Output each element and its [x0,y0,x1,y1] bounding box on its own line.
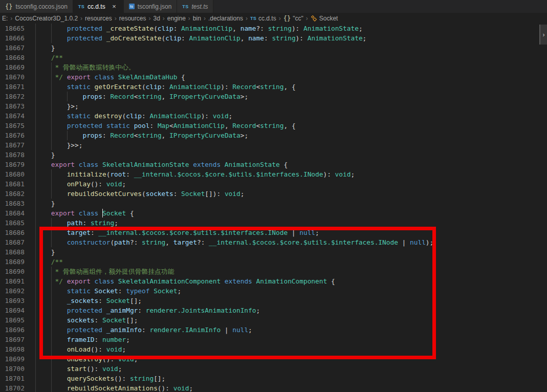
code-line-18692[interactable]: 18692 static Socket: typeof Socket; [0,286,547,296]
breadcrumb-item-3d[interactable]: 3d [153,15,160,22]
code-line-18701[interactable]: 18701 querySockets(): string[]; [0,374,547,383]
indent-guide [51,101,52,111]
indent-guide [51,344,52,354]
breadcrumb-item-resources[interactable]: resources [119,15,146,22]
code-line-18696[interactable]: 18696 protected _animInfo: renderer.IAni… [0,325,547,335]
code-line-18684[interactable]: 18684 export class Socket { [0,208,547,218]
indent-guide [51,62,52,72]
code-line-18683[interactable]: 18683 } [0,199,547,208]
indent-guide [67,130,68,140]
indent-guide [35,228,36,237]
close-icon[interactable]: × [111,3,118,10]
breadcrumb-item-resources[interactable]: resources [85,15,112,22]
chevron-separator-icon: › [279,15,281,22]
code-line-18677[interactable]: 18677 }>>; [0,140,547,150]
line-number: 18666 [0,33,25,43]
code-line-content: _sockets: Socket[]; [35,296,142,306]
line-number: 18683 [0,199,25,208]
line-number: 18676 [0,130,25,140]
tab-cc.d.ts[interactable]: TScc.d.ts× [73,0,124,13]
code-line-content: /** [35,257,63,267]
code-line-18679[interactable]: 18679 export class SkeletalAnimationStat… [0,160,547,169]
chevron-separator-icon: › [10,15,12,22]
code-line-18673[interactable]: 18673 }>; [0,101,547,111]
code-line-18671[interactable]: 18671 static getOrExtract(clip: Animatio… [0,82,547,92]
indent-guide [35,286,36,296]
indent-guide [51,325,52,335]
breadcrumb-item-cocoscreator3d102[interactable]: CocosCreator3D_1.0.2 [15,15,78,22]
code-line-content: }>>; [35,140,82,150]
code-line-content: * 骨骼动画组件，额外提供骨骼挂点功能 [35,267,174,276]
code-line-18669[interactable]: 18669 * 骨骼动画数据转换中心。 [0,62,547,72]
panel-toggle-button[interactable]: › [539,25,547,45]
code-line-18666[interactable]: 18666 protected _doCreateState(clip: Ani… [0,33,547,43]
code-line-18678[interactable]: 18678 } [0,150,547,160]
indent-guide [51,267,52,276]
code-line-content: } [35,247,55,257]
indent-guide [35,325,36,335]
breadcrumb-item-engine[interactable]: engine [167,15,186,22]
code-line-18681[interactable]: 18681 onPlay(): void; [0,179,547,189]
breadcrumb-item-socket[interactable]: Socket [311,15,338,22]
code-line-content: querySockets(): string[]; [35,374,165,383]
line-number: 18682 [0,189,25,199]
code-editor[interactable]: 18665 protected _createState(clip: Anima… [0,24,547,392]
tab-test.ts[interactable]: TStest.ts [177,0,213,13]
indent-guide [51,276,52,286]
code-line-18694[interactable]: 18694 protected _animMgr: renderer.Joint… [0,306,547,315]
code-line-18672[interactable]: 18672 props: Record<string, IPropertyCur… [0,92,547,101]
breadcrumb-item-bin[interactable]: bin [193,15,201,22]
line-number: 18665 [0,24,25,33]
code-line-18700[interactable]: 18700 start(): void; [0,364,547,374]
code-line-content: protected _doCreateState(clip: Animation… [35,33,366,43]
code-line-content: export class Socket { [35,208,134,218]
indent-guide [51,296,52,306]
code-line-content: props: Record<string, IPropertyCurveData… [35,92,248,101]
tab-tsconfig.cocos.json[interactable]: {}tsconfig.cocos.json [0,0,73,13]
code-line-18697[interactable]: 18697 frameID: number; [0,335,547,344]
indent-guide [35,72,36,82]
breadcrumb-label: bin [193,15,201,22]
code-line-18667[interactable]: 18667 } [0,43,547,53]
line-number: 18701 [0,374,25,383]
breadcrumb-item-e[interactable]: E: [2,15,8,22]
code-line-18689[interactable]: 18689 /** [0,257,547,267]
code-line-18665[interactable]: 18665 protected _createState(clip: Anima… [0,24,547,33]
code-line-18680[interactable]: 18680 initialize(root: __internal.$cocos… [0,169,547,179]
breadcrumb-item-declarations[interactable]: .declarations [208,15,243,22]
code-line-18670[interactable]: 18670 */ export class SkelAnimDataHub { [0,72,547,82]
breadcrumb-label: E: [2,15,8,22]
code-line-18699[interactable]: 18699 onDestroy(): void; [0,354,547,364]
code-line-18675[interactable]: 18675 protected static pool: Map<Animati… [0,121,547,130]
code-line-18674[interactable]: 18674 static destroy(clip: AnimationClip… [0,111,547,121]
code-line-18698[interactable]: 18698 onLoad(): void; [0,344,547,354]
line-number: 18672 [0,92,25,101]
line-number: 18684 [0,208,25,218]
code-line-content: sockets: Socket[]; [35,315,138,325]
indent-guide [35,344,36,354]
code-line-18676[interactable]: 18676 props: Record<string, IPropertyCur… [0,130,547,140]
code-line-18688[interactable]: 18688 } [0,247,547,257]
code-line-18668[interactable]: 18668 /** [0,53,547,62]
code-line-18702[interactable]: 18702 rebuildSocketAnimations(): void; [0,383,547,392]
line-number: 18671 [0,82,25,92]
breadcrumb-item-cc[interactable]: {}"cc" [283,15,303,22]
indent-guide [51,169,52,179]
code-line-18686[interactable]: 18686 target: __internal.$cocos.$core.$u… [0,228,547,237]
breadcrumb-label: resources [119,15,146,22]
tab-tsconfig.json[interactable]: tstsconfig.json [124,0,178,13]
code-line-18691[interactable]: 18691 */ export class SkeletalAnimationC… [0,276,547,286]
code-line-content: } [35,150,55,160]
code-line-18682[interactable]: 18682 rebuildSocketCurves(sockets: Socke… [0,189,547,199]
indent-guide [35,335,36,344]
breadcrumb-item-ccdts[interactable]: TScc.d.ts [250,15,276,22]
code-line-18695[interactable]: 18695 sockets: Socket[]; [0,315,547,325]
code-line-18685[interactable]: 18685 path: string; [0,218,547,228]
line-number: 18685 [0,218,25,228]
code-line-18693[interactable]: 18693 _sockets: Socket[]; [0,296,547,306]
code-line-18690[interactable]: 18690 * 骨骼动画组件，额外提供骨骼挂点功能 [0,267,547,276]
indent-guide [51,130,52,140]
line-number: 18699 [0,354,25,364]
tab-label: tsconfig.json [138,3,172,10]
code-line-18687[interactable]: 18687 constructor(path?: string, target?… [0,237,547,247]
